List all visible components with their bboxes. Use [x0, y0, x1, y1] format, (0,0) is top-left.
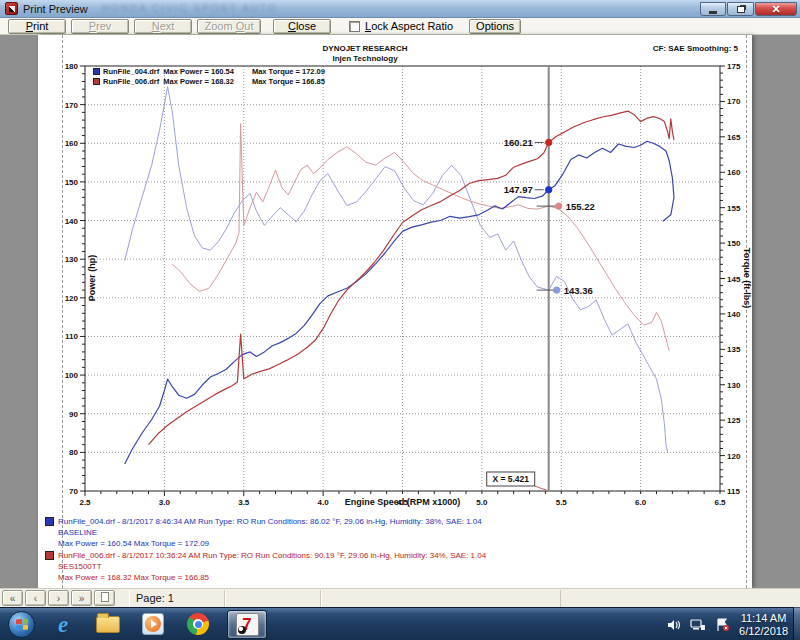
taskbar-clock[interactable]: 11:14 AM 6/12/2018 — [739, 612, 788, 638]
window-title: Print Preview — [23, 3, 88, 15]
lock-aspect-label: Lock Aspect Ratio — [365, 20, 453, 32]
y-right-tick-label: 120 — [727, 452, 741, 461]
restore-icon — [737, 6, 745, 13]
window-titlebar: Print Preview HONDA CIVIC SPORT AUTO ✕ — [0, 0, 800, 18]
y-right-tick-label: 135 — [727, 345, 741, 354]
x-axis-label: Engine Speed (RPM x1000) — [85, 497, 720, 507]
marker-label: 143.36 — [564, 285, 593, 296]
y-right-tick-label: 150 — [727, 239, 741, 248]
preview-statusbar: « ‹ › » Page: 1 — [0, 588, 800, 607]
print-preview-surface: DYNOJET RESEARCH Injen Technology CF: SA… — [0, 35, 800, 588]
curve-runfile_004-torque — [125, 87, 668, 452]
taskbar-internet-explorer[interactable]: e — [46, 610, 80, 639]
curve-runfile_006-torque — [172, 124, 669, 351]
y-left-tick-label: 120 — [65, 294, 79, 303]
page-number-status: Page: 1 — [129, 590, 225, 607]
next-button[interactable]: Next — [134, 19, 192, 34]
minimize-icon — [709, 11, 717, 14]
minimize-button[interactable] — [700, 2, 726, 16]
y-right-tick-label: 160 — [727, 168, 741, 177]
run-swatch-red — [45, 551, 54, 560]
window-controls: ✕ — [699, 2, 797, 16]
y-left-tick-label: 140 — [65, 217, 79, 226]
y-left-tick-label: 150 — [65, 178, 79, 187]
app-icon — [5, 2, 18, 15]
y-left-tick-label: 80 — [69, 448, 78, 457]
y-right-tick-label: 140 — [727, 310, 741, 319]
media-player-icon — [142, 613, 164, 635]
prev-page-button[interactable]: ‹ — [25, 590, 46, 606]
run-swatch-blue — [45, 517, 54, 526]
show-desktop-button[interactable] — [793, 607, 800, 640]
y-axis-label-power: Power (hp) — [87, 238, 97, 318]
y-left-tick-label: 180 — [65, 62, 79, 71]
restore-button[interactable] — [727, 2, 754, 16]
taskbar-chrome[interactable] — [181, 610, 215, 639]
print-button[interactable]: Print — [8, 19, 66, 34]
run-info-blue: RunFile_004.drf - 8/1/2017 8:46:34 AM Ru… — [45, 516, 482, 549]
page-setup-button[interactable] — [94, 590, 115, 606]
y-right-tick-label: 175 — [727, 62, 741, 71]
run1-conditions: RunFile_004.drf - 8/1/2017 8:46:34 AM Ru… — [58, 516, 482, 527]
y-axis-label-torque: Torque (ft-lbs) — [742, 233, 752, 323]
system-tray: 11:14 AM 6/12/2018 — [667, 608, 792, 640]
y-left-tick-label: 100 — [65, 371, 79, 380]
marker-label: 160.21 — [504, 137, 534, 148]
clock-date: 6/12/2018 — [739, 625, 788, 638]
window-title-smudge: HONDA CIVIC SPORT AUTO — [102, 3, 278, 14]
chrome-icon — [187, 613, 209, 635]
y-right-tick-label: 165 — [727, 133, 741, 142]
next-page-button[interactable]: › — [48, 590, 69, 606]
run-info-red: RunFile_006.drf - 8/1/2017 10:36:24 AM R… — [45, 550, 486, 583]
run1-maxvalues: Max Power = 160.54 Max Torque = 172.09 — [58, 538, 482, 549]
lock-aspect-checkbox[interactable] — [349, 21, 360, 32]
y-right-tick-label: 130 — [727, 381, 741, 390]
y-left-tick-label: 110 — [65, 332, 78, 341]
curve-runfile_006-power — [149, 111, 675, 445]
marker-dot — [546, 187, 552, 193]
status-cell-empty-1 — [225, 590, 321, 607]
taskbar-media-player[interactable] — [136, 610, 170, 639]
run2-maxvalues: Max Power = 168.32 Max Torque = 166.85 — [58, 572, 486, 583]
last-page-button[interactable]: » — [71, 590, 92, 606]
marker-dot — [546, 139, 552, 145]
options-button[interactable]: Options — [469, 19, 521, 34]
taskbar-winpep-active[interactable]: 7 — [227, 610, 267, 639]
folder-icon — [96, 616, 120, 633]
cursor-readout-label: X = 5.421 — [492, 474, 529, 484]
print-preview-toolbar: Print Prev Next Zoom Out Close Lock Aspe… — [0, 18, 800, 35]
network-icon[interactable] — [690, 618, 706, 632]
prev-button[interactable]: Prev — [71, 19, 129, 34]
y-right-tick-label: 155 — [727, 204, 741, 213]
first-page-button[interactable]: « — [2, 590, 23, 606]
close-window-button[interactable]: ✕ — [755, 2, 797, 16]
marker-label: 155.22 — [566, 201, 595, 212]
y-left-tick-label: 90 — [69, 410, 78, 419]
y-right-tick-label: 115 — [727, 487, 740, 496]
run2-name: SES1500TT — [58, 561, 486, 572]
volume-icon[interactable] — [667, 618, 681, 632]
page-icon — [101, 592, 109, 602]
internet-explorer-icon: e — [58, 613, 68, 636]
cursor-box-leader — [535, 486, 549, 491]
y-left-tick-label: 130 — [65, 255, 79, 264]
y-left-tick-label: 70 — [69, 487, 78, 496]
action-center-flag-icon[interactable] — [715, 618, 730, 632]
zoom-out-button[interactable]: Zoom Out — [197, 19, 261, 34]
y-right-tick-label: 145 — [727, 275, 741, 284]
y-left-tick-label: 170 — [65, 101, 79, 110]
winpep-icon: 7 — [236, 613, 259, 636]
close-preview-button[interactable]: Close — [273, 19, 331, 34]
clock-time: 11:14 AM — [739, 612, 788, 625]
run1-name: BASELINE — [58, 527, 482, 538]
start-button[interactable] — [8, 611, 35, 638]
taskbar-file-explorer[interactable] — [91, 610, 125, 639]
marker-label: 147.97 — [504, 184, 533, 195]
y-left-tick-label: 160 — [65, 139, 79, 148]
curve-runfile_004-power — [125, 141, 674, 464]
run2-conditions: RunFile_006.drf - 8/1/2017 10:36:24 AM R… — [58, 550, 486, 561]
y-right-tick-label: 170 — [727, 97, 741, 106]
marker-dot — [554, 287, 560, 293]
y-right-tick-label: 125 — [727, 416, 741, 425]
marker-dot — [556, 203, 562, 209]
